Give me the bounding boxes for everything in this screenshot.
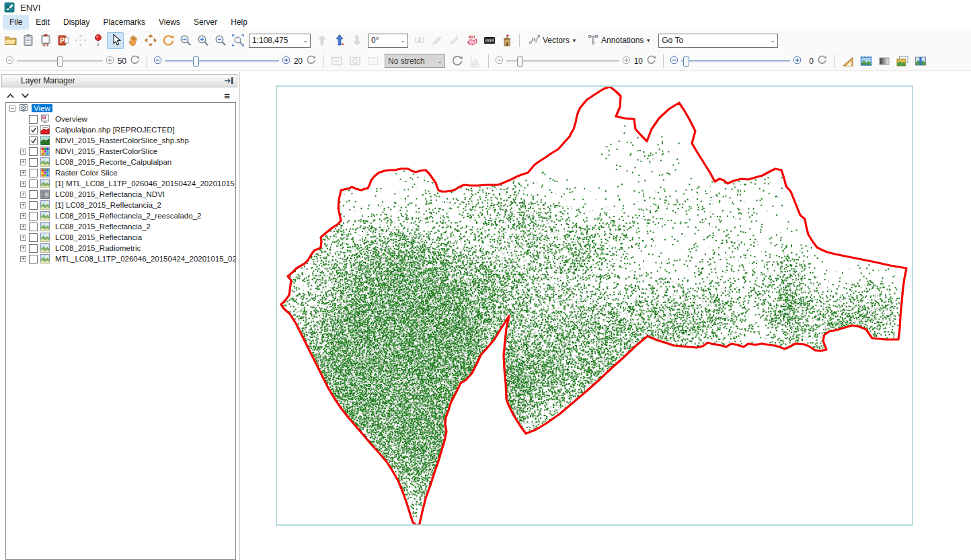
menu-server[interactable]: Server <box>187 15 224 30</box>
blend-icon[interactable] <box>894 52 910 69</box>
layer-checkbox[interactable] <box>29 115 38 124</box>
expander-plus-icon[interactable]: + <box>20 170 26 176</box>
layer-checkbox[interactable] <box>29 223 38 231</box>
sharpen-slider-reset-icon[interactable] <box>646 54 657 68</box>
transparency-slider-handle[interactable] <box>57 56 63 67</box>
sharpen-slider-track[interactable] <box>506 60 619 63</box>
layer-manager-header[interactable]: Layer Manager <box>1 74 237 87</box>
stretch-view-icon[interactable] <box>346 52 363 69</box>
layer-label[interactable]: LC08_2015_Reflectancia_2 <box>53 223 153 231</box>
layer-label[interactable]: LC08_2015_Reflectancia_NDVI <box>53 190 167 198</box>
rotation-combo[interactable]: 0°⌄ <box>368 34 408 48</box>
north-arrow-icon[interactable] <box>331 32 348 49</box>
brightness-slider-handle[interactable] <box>193 56 199 67</box>
layer-checkbox[interactable] <box>29 126 38 134</box>
vectors-dropdown[interactable]: Vectors▼ <box>525 32 580 49</box>
menu-help[interactable]: Help <box>224 15 254 30</box>
layer-checkbox[interactable] <box>29 169 38 177</box>
annotations-dropdown[interactable]: Annotations▼ <box>584 32 654 49</box>
layer-checkbox[interactable] <box>29 190 38 199</box>
placemark-icon[interactable] <box>89 32 106 49</box>
layer-checkbox[interactable] <box>29 212 38 221</box>
chevron-down-icon[interactable]: ⌄ <box>398 37 407 44</box>
rotate-view-icon[interactable] <box>159 32 176 49</box>
transparency-slider-increase[interactable] <box>106 56 114 67</box>
brightness-slider-decrease[interactable] <box>153 56 162 67</box>
open-nitf-icon[interactable]: NTF <box>37 32 54 49</box>
layer-checkbox[interactable] <box>29 255 38 264</box>
layer-label[interactable]: NDVI_2015_RasterColorSlice <box>53 147 159 155</box>
sharpen-slider-handle[interactable] <box>517 56 523 67</box>
menu-display[interactable]: Display <box>56 15 96 30</box>
layer-label[interactable]: MTL_LC08_L1TP_026046_20150424_20201015_0… <box>53 255 236 263</box>
layer-manager-menu-icon[interactable]: ≡ <box>224 93 230 99</box>
chevron-down-icon[interactable]: ⌄ <box>768 37 777 44</box>
layer-checkbox[interactable] <box>29 233 38 242</box>
profile-icon[interactable] <box>428 32 445 49</box>
fly-icon[interactable] <box>142 32 159 49</box>
expander-plus-icon[interactable]: + <box>20 245 26 251</box>
edit-icon[interactable] <box>446 32 463 49</box>
layer-checkbox[interactable] <box>29 147 38 156</box>
gradient-icon[interactable] <box>876 52 892 69</box>
zoom-slider-increase[interactable] <box>793 56 802 67</box>
feature-counting-icon[interactable] <box>498 32 515 49</box>
layer-label[interactable]: [1] MTL_LC08_L1TP_026046_20150424_202010… <box>53 179 236 188</box>
expander-plus-icon[interactable]: + <box>20 213 26 219</box>
scale-combo[interactable]: 1:108,475⌄ <box>249 34 311 48</box>
zoom-slider-decrease[interactable] <box>670 56 678 67</box>
expander-plus-icon[interactable]: + <box>20 202 26 208</box>
layer-checkbox[interactable] <box>29 244 38 253</box>
expander-plus-icon[interactable]: + <box>20 192 26 198</box>
dock-panel-icon[interactable] <box>223 75 234 86</box>
layer-checkbox[interactable] <box>29 158 38 167</box>
layer-label[interactable]: LC08_2015_Reflectancia <box>53 233 144 241</box>
layer-label[interactable]: Overview <box>53 115 89 123</box>
expander-plus-icon[interactable]: + <box>20 181 26 187</box>
expander-minus-icon[interactable]: − <box>9 106 15 112</box>
zoom-slider-track[interactable] <box>681 60 790 63</box>
swipe-icon[interactable] <box>912 52 929 69</box>
layer-checkbox[interactable] <box>29 179 38 188</box>
layer-checkbox[interactable] <box>29 136 38 145</box>
layer-label[interactable]: Calpulalpan.shp [REPROJECTED] <box>53 126 177 134</box>
transparency-slider-decrease[interactable] <box>5 56 14 67</box>
zoom-in-icon[interactable] <box>194 32 211 49</box>
chevron-down-icon[interactable]: ⌄ <box>301 37 310 44</box>
pan-icon[interactable] <box>124 32 141 49</box>
brightness-slider-reset-icon[interactable] <box>305 54 317 68</box>
expander-plus-icon[interactable]: + <box>20 149 26 155</box>
layer-label[interactable]: NDVI_2015_RasterColorSlice_shp.shp <box>53 136 191 145</box>
zoom-extent-icon[interactable] <box>177 32 194 49</box>
zoom-box-icon[interactable] <box>229 32 246 49</box>
views-layout-icon[interactable] <box>72 32 89 49</box>
mensuration-icon[interactable] <box>839 52 856 69</box>
refresh-icon[interactable] <box>449 52 465 69</box>
menu-views[interactable]: Views <box>152 15 187 30</box>
roi-icon[interactable]: ROI <box>463 32 480 49</box>
map-view-area[interactable] <box>241 72 971 560</box>
collapse-all-icon[interactable] <box>3 91 17 102</box>
menu-file[interactable]: File <box>3 15 29 30</box>
cursor-value-icon[interactable]: 008 <box>481 32 498 49</box>
brightness-slider-track[interactable] <box>165 60 279 63</box>
menu-placemarks[interactable]: Placemarks <box>96 15 152 30</box>
zoom-out-icon[interactable] <box>212 32 229 49</box>
chip-to-powerpoint-icon[interactable]: P <box>54 32 71 49</box>
brightness-slider-increase[interactable] <box>282 56 290 67</box>
layer-label[interactable]: LC08_2015_Recorte_Calpulalpan <box>53 158 173 166</box>
sharpen-slider-decrease[interactable] <box>495 56 504 67</box>
transparency-slider-track[interactable] <box>17 60 103 63</box>
zoom-slider-reset-icon[interactable] <box>816 54 828 68</box>
open-icon[interactable] <box>2 32 19 49</box>
contour-icon[interactable] <box>411 32 428 49</box>
stretch-custom-icon[interactable] <box>364 52 381 69</box>
zoom-next-icon[interactable] <box>348 32 365 49</box>
expand-all-icon[interactable] <box>17 91 32 102</box>
expander-plus-icon[interactable]: + <box>20 256 26 262</box>
image-chip-icon[interactable] <box>857 52 874 69</box>
transparency-slider-reset-icon[interactable] <box>129 54 141 68</box>
layer-label[interactable]: View <box>32 104 52 112</box>
data-manager-icon[interactable] <box>20 32 36 49</box>
zoom-slider-handle[interactable] <box>683 56 689 67</box>
